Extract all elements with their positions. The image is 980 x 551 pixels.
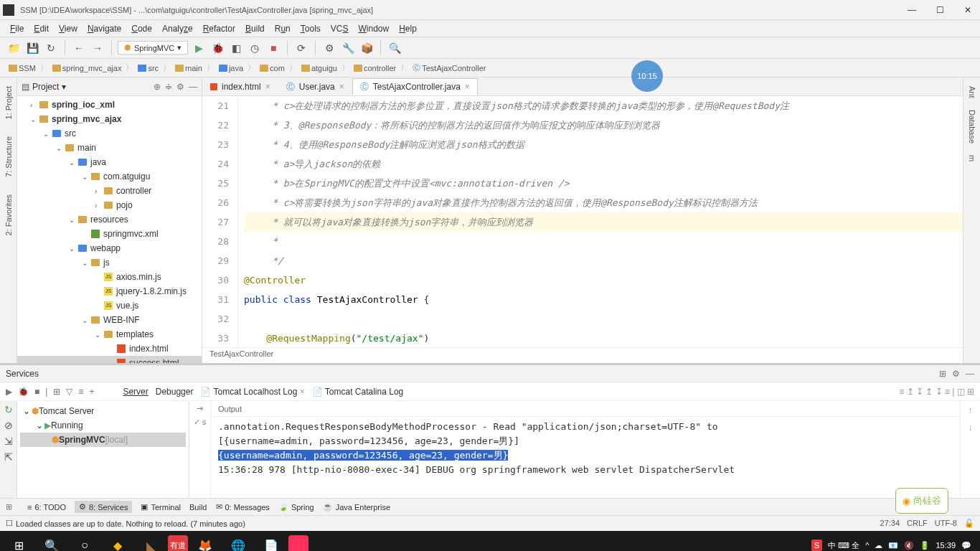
crumb-module[interactable]: spring_mvc_ajax [50,62,125,74]
target-icon[interactable]: ⊕ [154,82,161,92]
close-icon[interactable]: × [465,82,470,92]
persistence-tab[interactable]: ⊞ [6,502,19,512]
tab-user-java[interactable]: ⒸUser.java× [278,78,352,95]
stop-icon[interactable]: ■ [265,40,281,56]
services-tab-debugger[interactable]: Debugger [156,387,194,397]
firefox-icon[interactable]: 🦊 [189,531,221,551]
build-tab[interactable]: Build [189,503,207,512]
update-icon[interactable]: ⟳ [293,40,309,56]
stop-icon[interactable]: ⊘ [4,420,13,431]
crumb-src[interactable]: src [135,62,161,74]
code-content[interactable]: * c>在处理请求的控制器方法的形参位置，直接设置json格式的请求参数要转换的… [238,96,963,347]
tree-index-html[interactable]: index.html [17,342,202,356]
menu-build[interactable]: Build [241,22,269,35]
rerun-icon[interactable]: ↻ [4,404,13,415]
maximize-button[interactable]: ☐ [930,4,950,17]
forward-icon[interactable]: → [90,40,105,56]
notepad-icon[interactable]: 📄 [255,531,287,551]
crumb-file[interactable]: ⒸTestAjaxController [410,61,489,75]
tree-pojo[interactable]: ›pojo [17,198,202,212]
app-icon-2[interactable]: ◣ [135,531,166,551]
todo-tab[interactable]: ≡ 6: TODO [27,503,66,512]
app-icon-3[interactable]: 有道 [168,535,188,551]
tree-spring-mvc-ajax[interactable]: ⌄spring_mvc_ajax [17,112,202,126]
profile-icon[interactable]: ◷ [247,40,263,56]
intellij-icon[interactable] [288,535,308,551]
readonly-icon[interactable]: 🔓 [964,519,974,528]
app-icon-1[interactable]: ◆ [102,531,133,551]
minimize-button[interactable]: — [902,4,922,17]
structure-tool-tab[interactable]: 7: Structure [3,131,14,183]
close-button[interactable]: ✕ [958,4,977,17]
tree-templates[interactable]: ⌄templates [17,327,202,342]
tree-vue[interactable]: JSvue.js [17,298,202,313]
ant-tool-tab[interactable]: Ant [966,80,978,104]
expand-icon[interactable]: ⇲ [4,435,13,447]
back-icon[interactable]: ← [71,40,87,56]
tree-com-atguigu[interactable]: ⌄com.atguigu [17,169,202,184]
cortana-button[interactable]: ○ [69,531,100,551]
tree-controller[interactable]: ›controller [17,184,202,198]
start-button[interactable]: ⊞ [3,531,34,551]
menu-analyze[interactable]: Analyze [158,22,197,35]
run-icon[interactable]: ▶ [191,40,207,56]
code-area[interactable]: 2122232425262728293031323334 * c>在处理请求的控… [202,96,963,347]
tree-js[interactable]: ⌄js [17,255,202,270]
scroll-down-icon[interactable]: ↓ [969,423,973,433]
hide-icon[interactable]: — [189,82,197,92]
menu-help[interactable]: Help [395,22,421,35]
console[interactable]: .annotation.RequestResponseBodyMethodPro… [211,417,960,498]
encoding[interactable]: UTF-8 [935,519,957,528]
run-config-selector[interactable]: ⬢ SpringMVC ▾ [118,41,188,55]
services-toolbar-left[interactable]: ▶🐞■|⊞▽≡+ [6,387,94,397]
crumb-main[interactable]: main [172,62,205,74]
services-tab[interactable]: ⚙ 8: Services [75,501,132,513]
close-icon[interactable]: × [265,82,270,92]
debug-icon[interactable]: 🐞 [209,40,225,56]
menu-vcs[interactable]: VCS [326,22,353,35]
tree-main[interactable]: ⌄main [17,141,202,155]
save-icon[interactable]: 💾 [24,40,40,56]
sync-icon[interactable]: ↻ [43,40,59,56]
menu-navigate[interactable]: Navigate [83,22,126,35]
menu-tools[interactable]: Tools [296,22,325,35]
tree-resources[interactable]: ⌄resources [17,212,202,227]
terminal-tab[interactable]: ▣ Terminal [141,502,181,512]
menu-refactor[interactable]: Refactor [199,22,240,35]
menu-edit[interactable]: Edit [29,22,53,35]
menu-run[interactable]: Run [270,22,295,35]
tree-axios[interactable]: JSaxios.min.js [17,270,202,284]
tree-jquery[interactable]: JSjquery-1.8.2.min.js [17,284,202,298]
tab-index-html[interactable]: index.html× [202,78,278,95]
chrome-icon[interactable]: 🌐 [222,531,254,551]
tree-springmvc-xml[interactable]: springmvc.xml [17,227,202,241]
tree-java[interactable]: ⌄java [17,155,202,169]
cursor-position[interactable]: 27:34 [880,519,900,528]
maven-tool-tab[interactable]: m [966,149,978,167]
tree-src[interactable]: ⌄src [17,126,202,141]
system-tray[interactable]: S 中 ⌨ 全 ^☁📧🔇🔋 15:39 💬 [811,540,977,551]
crumb-ssm[interactable]: SSM [6,62,39,74]
services-toolbar-right[interactable]: ≡ ↥ ↧ ↥ ↧ ≡ | ◫ ⊞ [899,387,974,397]
tab-testajaxcontroller[interactable]: ⒸTestAjaxController.java× [352,78,478,95]
services-tab-catalina-log[interactable]: 📄 Tomcat Catalina Log [312,387,404,397]
line-ending[interactable]: CRLF [907,519,928,528]
project-tool-tab[interactable]: 1: Project [3,80,14,125]
crumb-com[interactable]: com [257,62,288,74]
project-tree[interactable]: ›spring_ioc_xml ⌄spring_mvc_ajax ⌄src ⌄m… [17,96,202,363]
editor-breadcrumb[interactable]: TestAjaxController [202,347,963,363]
menu-view[interactable]: View [55,22,82,35]
favorites-tool-tab[interactable]: 2: Favorites [3,189,14,241]
tree-success-html[interactable]: success.html [17,356,202,363]
scroll-up-icon[interactable]: ↑ [969,405,973,415]
search-button[interactable]: 🔍 [36,531,67,551]
services-tab-localhost-log[interactable]: 📄 Tomcat Localhost Log × [200,387,304,397]
filter-icon[interactable]: ⊞ [939,369,946,379]
sdk-icon[interactable]: 📦 [359,40,374,56]
crumb-java[interactable]: java [216,62,246,74]
structure-icon[interactable]: ⚙ [321,40,337,56]
close-icon[interactable]: × [339,82,344,92]
hide-icon[interactable]: — [966,369,974,379]
tree-webapp[interactable]: ⌄webapp [17,241,202,255]
messages-tab[interactable]: ✉ 0: Messages [216,502,270,512]
